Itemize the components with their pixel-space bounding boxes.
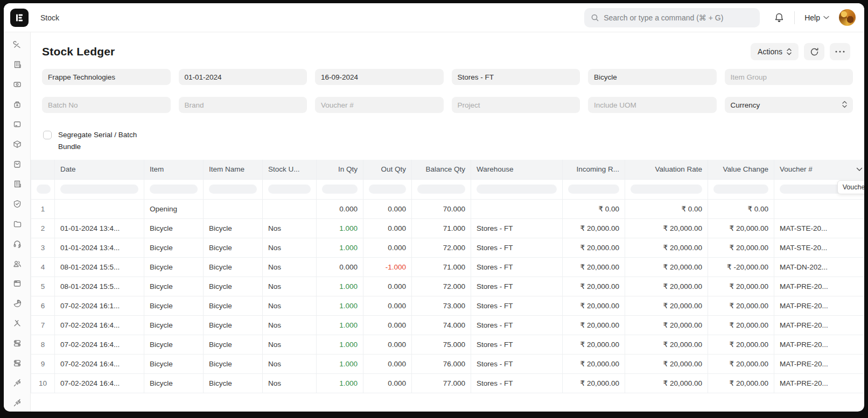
cell-incoming-r: ₹ 20,000.00 — [563, 238, 625, 257]
sidebar-item-plug2[interactable] — [10, 398, 24, 408]
breadcrumb[interactable]: Stock — [40, 13, 59, 22]
sidebar-item-building[interactable] — [10, 60, 24, 69]
column-header-date[interactable]: Date — [55, 160, 144, 179]
sidebar-item-cash-box[interactable] — [10, 100, 24, 109]
segregate-checkbox[interactable] — [43, 131, 52, 139]
table-row[interactable]: 807-02-2024 16:4...BicycleBicycleNos1.00… — [31, 335, 865, 354]
filter-field-item-group[interactable]: Item Group — [725, 69, 853, 85]
erpnext-logo[interactable] — [10, 9, 29, 27]
sidebar-item-package[interactable] — [10, 139, 24, 149]
column-filter-input[interactable] — [631, 185, 702, 194]
sidebar-item-toggles[interactable] — [10, 338, 24, 348]
column-filter-input[interactable] — [60, 185, 138, 194]
sidebar-item-users[interactable] — [10, 259, 24, 268]
cell-incoming-r: ₹ 20,000.00 — [563, 335, 625, 354]
cell-voucher: MAT-PRE-20... — [774, 354, 865, 373]
cell-incoming-r: ₹ 20,000.00 — [563, 218, 625, 238]
filter-field-16-09-2024[interactable]: 16-09-2024 — [315, 69, 444, 85]
column-tooltip: Voucher # — [837, 180, 864, 194]
table-row[interactable]: 607-02-2024 16:1...BicycleBicycleNos1.00… — [31, 296, 865, 315]
filter-field-currency[interactable]: Currency — [725, 97, 853, 113]
column-filter-input[interactable] — [568, 185, 619, 194]
column-header-item[interactable]: Item — [144, 160, 204, 179]
column-header-in-qty[interactable]: In Qty — [317, 160, 363, 179]
cell-out-qty: 0.000 — [363, 335, 412, 354]
notifications-bell-icon[interactable] — [774, 12, 785, 23]
column-header-incoming-r[interactable]: Incoming R... — [563, 160, 625, 179]
tools-icon — [12, 40, 22, 49]
filter-field-voucher[interactable]: Voucher # — [315, 97, 444, 113]
filter-field-frappe-technologies[interactable]: Frappe Technologies — [42, 69, 171, 85]
segregate-checkbox-label[interactable]: Segregate Serial / Batch Bundle — [58, 129, 152, 152]
sidebar-item-plug[interactable] — [10, 378, 24, 388]
column-header-label: Item Name — [209, 165, 244, 173]
column-filter-input[interactable] — [150, 185, 198, 194]
refresh-button[interactable] — [804, 43, 824, 60]
cell-warehouse: Stores - FT — [471, 315, 563, 335]
column-header-stock-u[interactable]: Stock U... — [263, 160, 317, 179]
sidebar-item-folder[interactable] — [10, 219, 24, 229]
column-menu-chevron-icon[interactable] — [856, 165, 863, 173]
table-row[interactable]: 707-02-2024 16:4...BicycleBicycleNos1.00… — [31, 315, 865, 335]
filter-field-stores-ft[interactable]: Stores - FT — [452, 69, 580, 85]
sidebar-item-office[interactable] — [10, 179, 24, 189]
sidebar-item-toggles2[interactable] — [10, 358, 24, 368]
column-header-voucher[interactable]: Voucher # — [774, 160, 865, 179]
column-filter-input[interactable] — [369, 185, 406, 194]
column-filter-input[interactable] — [268, 185, 311, 194]
column-filter-input[interactable] — [209, 185, 257, 194]
table-row[interactable]: 1Opening0.0000.00070.000₹ 0.00₹ 0.00₹ 0.… — [31, 199, 865, 218]
sidebar-item-browser[interactable] — [10, 279, 24, 288]
filter-field-project[interactable]: Project — [452, 97, 580, 113]
cell-stock-u: Nos — [263, 335, 317, 354]
column-filter-input[interactable] — [322, 185, 358, 194]
sidebar-item-banknote[interactable] — [10, 80, 24, 89]
sidebar-item-credit-card[interactable] — [10, 119, 24, 129]
column-filter-cell — [317, 179, 363, 199]
cell-item: Bicycle — [144, 296, 204, 315]
cell-value-change: ₹ -20,000.00 — [708, 257, 774, 277]
column-header-balance-qty[interactable]: Balance Qty — [412, 160, 471, 179]
sidebar-item-headset[interactable] — [10, 239, 24, 249]
table-row[interactable]: 907-02-2024 16:4...BicycleBicycleNos1.00… — [31, 354, 865, 373]
actions-button[interactable]: Actions — [751, 43, 799, 60]
user-avatar[interactable] — [839, 9, 856, 26]
table-row[interactable]: 508-01-2024 15:5...BicycleBicycleNos1.00… — [31, 277, 865, 296]
column-header-value-change[interactable]: Value Change — [708, 160, 774, 179]
column-filter-input[interactable] — [37, 185, 51, 194]
sidebar-item-tools[interactable] — [10, 40, 24, 49]
page-header: Stock Ledger Actions — [31, 32, 864, 66]
cell-item-name: Bicycle — [204, 296, 263, 315]
global-search-input[interactable]: Search or type a command (⌘ + G) — [584, 8, 760, 27]
column-filter-input[interactable] — [477, 185, 557, 194]
column-filter-cell — [363, 179, 412, 199]
row-index: 10 — [31, 373, 55, 393]
sidebar-item-shield-check[interactable] — [10, 199, 24, 209]
cell-incoming-r: ₹ 20,000.00 — [563, 277, 625, 296]
column-filter-input[interactable] — [713, 185, 768, 194]
column-header-warehouse[interactable]: Warehouse — [471, 160, 563, 179]
table-row[interactable]: 201-01-2024 13:4...BicycleBicycleNos1.00… — [31, 218, 865, 238]
filter-field-batch-no[interactable]: Batch No — [42, 97, 171, 113]
column-filter-input[interactable] — [417, 185, 465, 194]
row-index: 3 — [31, 238, 55, 257]
table-row[interactable]: 408-01-2024 15:5...BicycleBicycleNos0.00… — [31, 257, 865, 277]
column-header-valuation-rate[interactable]: Valuation Rate — [625, 160, 708, 179]
cell-item-name: Bicycle — [204, 354, 263, 373]
cell-balance-qty: 77.000 — [412, 373, 471, 393]
help-menu[interactable]: Help — [804, 13, 829, 22]
table-row[interactable]: 1007-02-2024 16:4...BicycleBicycleNos1.0… — [31, 373, 865, 393]
filter-field-brand[interactable]: Brand — [179, 97, 307, 113]
filter-field-include-uom[interactable]: Include UOM — [588, 97, 717, 113]
sidebar-item-pie-chart[interactable] — [10, 299, 24, 308]
sidebar-item-shopping-bag[interactable] — [10, 159, 24, 169]
column-header-out-qty[interactable]: Out Qty — [363, 160, 412, 179]
report-table-wrap: DateItemItem NameStock U...In QtyOut Qty… — [31, 160, 864, 412]
more-options-button[interactable] — [830, 43, 850, 60]
filter-field-bicycle[interactable]: Bicycle — [588, 69, 717, 85]
filter-field-01-01-2024[interactable]: 01-01-2024 — [179, 69, 307, 85]
column-header-item-name[interactable]: Item Name — [204, 160, 263, 179]
cell-out-qty: 0.000 — [363, 199, 412, 218]
table-row[interactable]: 301-01-2024 13:4...BicycleBicycleNos1.00… — [31, 238, 865, 257]
sidebar-item-hammers[interactable] — [10, 318, 24, 328]
